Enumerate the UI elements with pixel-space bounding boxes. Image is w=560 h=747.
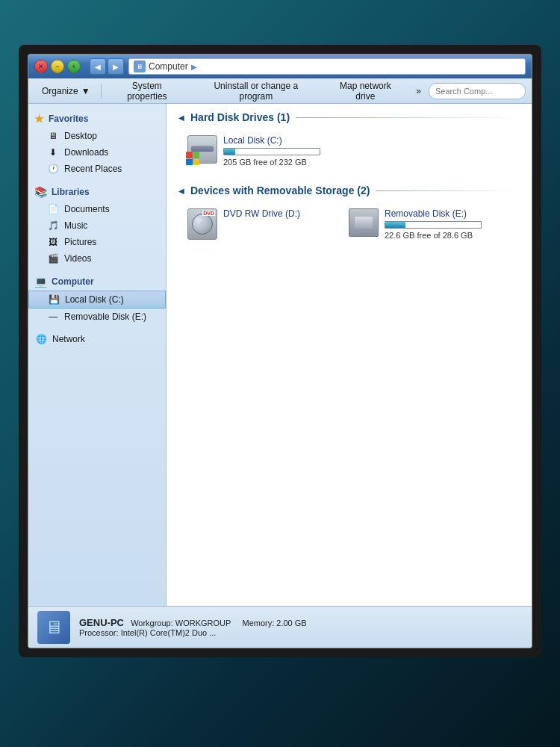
main-area: ★ Favorites 🖥 Desktop ⬇ Downloads 🕐 Rece… xyxy=(28,104,532,606)
organize-label: Organize xyxy=(42,86,78,96)
sidebar-item-videos[interactable]: 🎬 Videos xyxy=(28,250,166,267)
libraries-header: 📚 Libraries xyxy=(28,183,166,201)
local-disk-c-item[interactable]: Local Disk (C:) 205 GB free of 232 GB xyxy=(184,132,334,170)
removable-disk-e-info: Removable Disk (E:) 22.6 GB free of 28.6… xyxy=(385,208,492,240)
removable-disk-e-name: Removable Disk (E:) xyxy=(385,208,492,219)
usb-drive-icon xyxy=(349,208,379,237)
hard-disk-header: ◀ Hard Disk Drives (1) xyxy=(178,111,520,123)
system-properties-button[interactable]: System properties xyxy=(105,81,190,102)
library-icon: 📚 xyxy=(34,186,47,198)
documents-icon: 📄 xyxy=(46,203,60,215)
address-bar[interactable]: 🖥 Computer ▶ xyxy=(128,58,526,75)
removable-section-line xyxy=(376,190,520,191)
sidebar-item-network[interactable]: 🌐 Network xyxy=(28,331,166,347)
hdd-section-line xyxy=(296,117,520,118)
dvd-info: DVD RW Drive (D:) xyxy=(223,208,331,221)
explorer-window: ✕ − + ◀ ▶ 🖥 Computer ▶ Organize ▼ System xyxy=(28,54,532,648)
screen-bezel: ✕ − + ◀ ▶ 🖥 Computer ▶ Organize ▼ System xyxy=(19,45,541,657)
local-disk-icon: 💾 xyxy=(47,294,60,306)
dvd-drive-item[interactable]: DVD DVD RW Drive (D:) xyxy=(184,205,334,243)
minimize-button[interactable]: − xyxy=(51,60,64,73)
status-info: GENU-PC Workgroup: WORKGROUP Memory: 2.0… xyxy=(79,617,307,637)
removable-triangle: ◀ xyxy=(178,187,184,195)
network-icon: 🌐 xyxy=(34,333,48,345)
local-disk-space: 205 GB free of 232 GB xyxy=(223,158,331,167)
memory-label: Memory: 2.00 GB xyxy=(242,619,306,627)
dvd-drive-name: DVD RW Drive (D:) xyxy=(223,208,331,219)
win-logo-q3 xyxy=(186,159,193,166)
window-controls: ✕ − + xyxy=(34,60,81,73)
breadcrumb-text: Computer xyxy=(149,61,188,72)
removable-disk-e-space: 22.6 GB free of 28.6 GB xyxy=(385,231,492,240)
computer-section: 💻 Computer 💾 Local Disk (C:) — Removable… xyxy=(28,273,166,325)
dvd-icon-container: DVD xyxy=(187,208,217,240)
favorites-section: ★ Favorites 🖥 Desktop ⬇ Downloads 🕐 Rece… xyxy=(28,110,166,177)
local-disk-progress-bar xyxy=(223,148,320,155)
pictures-icon: 🖼 xyxy=(46,236,60,248)
nav-arrows: ◀ ▶ xyxy=(90,58,124,75)
content-panel: ◀ Hard Disk Drives (1) xyxy=(167,104,532,606)
sidebar-item-downloads[interactable]: ⬇ Downloads xyxy=(28,144,166,161)
desktop-icon: 🖥 xyxy=(46,130,60,142)
status-computer-icon: 🖥 xyxy=(37,611,70,644)
removable-disk-icon-container xyxy=(349,208,379,237)
sidebar: ★ Favorites 🖥 Desktop ⬇ Downloads 🕐 Rece… xyxy=(28,104,167,606)
toolbar-sep-1 xyxy=(101,84,102,99)
back-button[interactable]: ◀ xyxy=(90,58,106,75)
status-name-workgroup: GENU-PC Workgroup: WORKGROUP Memory: 2.0… xyxy=(79,617,307,628)
removable-disk-progress-bar xyxy=(385,221,482,229)
windows-logo xyxy=(186,152,199,165)
workgroup-label: Workgroup: WORKGROUP xyxy=(131,619,231,627)
more-toolbar-button[interactable]: » xyxy=(408,81,429,102)
dvd-icon: DVD xyxy=(187,208,217,240)
sidebar-item-pictures[interactable]: 🖼 Pictures xyxy=(28,234,166,250)
libraries-section: 📚 Libraries 📄 Documents 🎵 Music 🖼 Pictur… xyxy=(28,183,166,267)
hard-disk-grid: Local Disk (C:) 205 GB free of 232 GB xyxy=(178,132,520,170)
maximize-button[interactable]: + xyxy=(67,60,81,73)
win-logo-q1 xyxy=(186,152,193,158)
forward-button[interactable]: ▶ xyxy=(108,58,124,75)
downloads-icon: ⬇ xyxy=(46,146,60,158)
favorites-header: ★ Favorites xyxy=(28,110,166,128)
removable-grid: DVD DVD RW Drive (D:) Removabl xyxy=(178,205,520,243)
removable-disk-e-item[interactable]: Removable Disk (E:) 22.6 GB free of 28.6… xyxy=(346,205,495,243)
sidebar-item-recent-places[interactable]: 🕐 Recent Places xyxy=(28,161,166,177)
local-disk-name: Local Disk (C:) xyxy=(223,135,331,146)
sidebar-item-local-disk[interactable]: 💾 Local Disk (C:) xyxy=(28,291,166,309)
star-icon: ★ xyxy=(34,113,44,125)
computer-icon: 🖥 xyxy=(134,61,146,72)
videos-icon: 🎬 xyxy=(46,252,60,264)
dvd-disc xyxy=(192,214,213,235)
status-bar: 🖥 GENU-PC Workgroup: WORKGROUP Memory: 2… xyxy=(28,606,532,648)
processor-label: Processor: Intel(R) Core(TM)2 Duo ... xyxy=(79,628,216,637)
network-section: 🌐 Network xyxy=(28,331,166,347)
search-input[interactable] xyxy=(429,83,526,99)
hdd-triangle: ◀ xyxy=(178,114,184,122)
music-icon: 🎵 xyxy=(46,220,60,232)
sidebar-item-documents[interactable]: 📄 Documents xyxy=(28,201,166,217)
hdd-section-title: Hard Disk Drives (1) xyxy=(190,111,290,123)
organize-button[interactable]: Organize ▼ xyxy=(34,81,98,102)
computer-header: 💻 Computer xyxy=(28,273,166,291)
toolbar: Organize ▼ System properties Uninstall o… xyxy=(28,78,532,104)
title-bar: ✕ − + ◀ ▶ 🖥 Computer ▶ xyxy=(28,55,532,78)
close-button[interactable]: ✕ xyxy=(34,60,48,73)
computer-name: GENU-PC xyxy=(79,617,124,628)
sidebar-item-removable-disk[interactable]: — Removable Disk (E:) xyxy=(28,309,166,325)
sidebar-item-music[interactable]: 🎵 Music xyxy=(28,217,166,234)
breadcrumb-arrow: ▶ xyxy=(191,63,197,71)
local-disk-icon-container xyxy=(187,135,217,164)
local-disk-info: Local Disk (C:) 205 GB free of 232 GB xyxy=(223,135,331,167)
organize-arrow: ▼ xyxy=(81,86,90,96)
sidebar-item-desktop[interactable]: 🖥 Desktop xyxy=(28,128,166,144)
removable-header: ◀ Devices with Removable Storage (2) xyxy=(178,185,520,196)
status-monitor-icon: 🖥 xyxy=(45,617,63,638)
removable-disk-progress-fill xyxy=(385,222,405,228)
map-network-button[interactable]: Map network drive xyxy=(322,81,408,102)
win-logo-q2 xyxy=(193,152,200,158)
dvd-label: DVD xyxy=(202,211,215,216)
computer-sidebar-icon: 💻 xyxy=(34,276,47,288)
recent-icon: 🕐 xyxy=(46,163,60,175)
win-logo-q4 xyxy=(193,159,200,166)
uninstall-button[interactable]: Uninstall or change a program xyxy=(190,81,322,102)
